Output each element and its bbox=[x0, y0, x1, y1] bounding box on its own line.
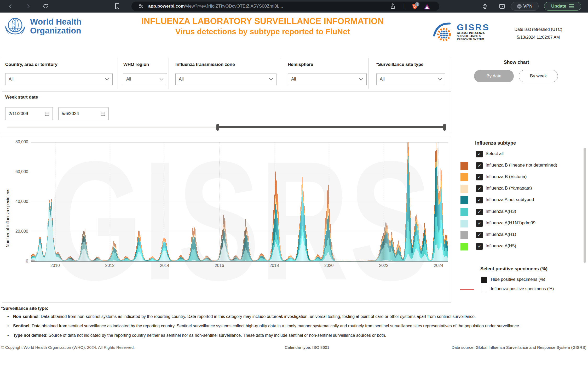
extensions-icon[interactable] bbox=[481, 2, 489, 10]
footnote-text: : Data obtained from non-sentinel system… bbox=[38, 314, 476, 319]
week-slicer-title: Week start date bbox=[5, 95, 38, 100]
start-date-value: 2/11/2009 bbox=[9, 111, 28, 116]
checkbox-filled-icon[interactable] bbox=[481, 277, 487, 283]
back-icon[interactable] bbox=[6, 2, 15, 10]
legend-item-label: Influenza A not subtyped bbox=[486, 197, 534, 202]
legend-item-select-all[interactable]: ✓ Select all bbox=[455, 150, 585, 159]
filter-label-site-type: *Surveillance site type bbox=[376, 62, 423, 67]
series-color-swatch bbox=[460, 243, 468, 250]
footnote-bullet: •Type not defined: Source of data not in… bbox=[1, 332, 586, 339]
legend-scrollbar[interactable] bbox=[584, 148, 586, 263]
copyright-link[interactable]: © Copyright World Health Organization (W… bbox=[1, 345, 135, 350]
last-refreshed: Date last refreshed (UTC) 5/13/2024 11:0… bbox=[497, 26, 580, 41]
footnote-text: : Data obtained from sentinel surveillan… bbox=[29, 324, 520, 328]
legend-item[interactable]: ✓ Influenza A(H5) bbox=[455, 242, 585, 251]
legend-item[interactable]: ✓ Influenza B (lineage not determined) bbox=[455, 161, 585, 170]
gisrs-subline1: GLOBAL INFLUENZA bbox=[457, 31, 490, 35]
legend-item[interactable]: ✓ Influenza B (Yamagata) bbox=[455, 184, 585, 193]
start-date-input[interactable]: 2/11/2009 bbox=[5, 107, 53, 120]
stacked-bar-chart[interactable] bbox=[31, 142, 448, 261]
address-bar[interactable]: app.powerbi.com/view?r=eyJrIjoiZTkyODcyO… bbox=[131, 2, 439, 11]
slider-handle-start[interactable] bbox=[216, 124, 219, 131]
by-week-button[interactable]: By week bbox=[519, 70, 558, 82]
wallet-icon[interactable] bbox=[498, 2, 506, 10]
chevron-down-icon bbox=[438, 78, 442, 81]
series-color-swatch bbox=[460, 208, 468, 216]
country-dropdown[interactable]: All bbox=[5, 73, 113, 85]
calendar-icon[interactable] bbox=[45, 111, 49, 116]
checkbox-checked-icon[interactable]: ✓ bbox=[476, 220, 483, 227]
legend-item[interactable]: ✓ Influenza B (Victoria) bbox=[455, 173, 585, 182]
y-tick-0: 0 bbox=[2, 259, 28, 264]
x-tick-2014: 2014 bbox=[153, 263, 176, 268]
forward-icon[interactable] bbox=[24, 2, 32, 10]
filter-label-transmission-zone: Influenza transmission zone bbox=[175, 62, 235, 67]
shields-badge: 1 bbox=[415, 2, 419, 7]
data-source-text: Data source: Global Influenza Surveillan… bbox=[452, 345, 586, 350]
site-type-dropdown[interactable]: All bbox=[376, 73, 445, 85]
checkbox-empty-icon[interactable] bbox=[481, 286, 487, 292]
chevron-down-icon bbox=[105, 78, 109, 81]
transmission-zone-dropdown-value: All bbox=[179, 77, 184, 82]
x-tick-2016: 2016 bbox=[208, 263, 231, 268]
legend-item[interactable]: ✓ Influenza A(H3) bbox=[455, 208, 585, 216]
legend-item[interactable]: ✓ Influenza A(H1N1)pdm09 bbox=[455, 219, 585, 228]
y-tick-40000: 40,000 bbox=[2, 199, 28, 204]
legend-item-label: Influenza A(H5) bbox=[486, 243, 516, 249]
positive-specimens-title: Select positive specimens (%) bbox=[480, 266, 547, 272]
checkbox-checked-icon[interactable]: ✓ bbox=[476, 174, 483, 180]
show-positive-option[interactable]: Influenza positive specimens (%) bbox=[455, 285, 588, 293]
legend-item[interactable]: ✓ Influenza A not subtyped bbox=[455, 196, 585, 205]
reload-icon[interactable] bbox=[41, 2, 50, 10]
who-region-dropdown[interactable]: All bbox=[123, 73, 167, 85]
checkbox-checked-icon[interactable]: ✓ bbox=[476, 232, 483, 238]
checkbox-checked-icon[interactable]: ✓ bbox=[476, 243, 483, 250]
legend-item-label: Influenza A(H3) bbox=[486, 209, 516, 214]
footnote-term: Type not defined bbox=[13, 333, 46, 338]
x-tick-2018: 2018 bbox=[262, 263, 286, 268]
by-date-button[interactable]: By date bbox=[474, 70, 514, 82]
checkbox-checked-icon[interactable]: ✓ bbox=[476, 197, 483, 203]
gisrs-acronym: GISRS bbox=[457, 23, 490, 31]
checkbox-checked-icon[interactable]: ✓ bbox=[476, 151, 483, 157]
hemisphere-dropdown[interactable]: All bbox=[288, 73, 367, 85]
site-type-dropdown-value: All bbox=[380, 77, 385, 82]
checkbox-checked-icon[interactable]: ✓ bbox=[476, 185, 483, 192]
chevron-down-icon bbox=[359, 78, 363, 81]
chevron-down-icon bbox=[269, 78, 273, 81]
transmission-zone-dropdown[interactable]: All bbox=[175, 73, 276, 85]
filter-divider bbox=[169, 58, 169, 89]
update-browser-button[interactable]: Update bbox=[544, 2, 581, 11]
vpn-button[interactable]: VPN bbox=[511, 2, 539, 11]
site-settings-icon[interactable] bbox=[138, 4, 143, 9]
week-slicer-panel: Week start date 2/11/2009 5/6/2024 bbox=[2, 91, 451, 133]
bookmark-icon[interactable] bbox=[113, 2, 121, 10]
filter-label-country: Country, area or territory bbox=[5, 62, 57, 67]
brave-shields-icon[interactable]: 1 bbox=[412, 3, 418, 10]
checkbox-checked-icon[interactable]: ✓ bbox=[476, 162, 483, 169]
calendar-icon[interactable] bbox=[101, 111, 105, 116]
series-color-swatch bbox=[460, 173, 468, 181]
gisrs-subline3: RESPONSE SYSTEM bbox=[457, 38, 490, 41]
share-icon[interactable] bbox=[390, 3, 395, 9]
surveillance-footnote: *Surveillance site type: •Non-sentinel: … bbox=[1, 306, 586, 339]
date-range-slider-selected[interactable] bbox=[218, 126, 446, 128]
x-tick-2024: 2024 bbox=[427, 263, 450, 268]
gisrs-logo bbox=[433, 21, 455, 42]
hide-positive-option[interactable]: Hide positive specimens (%) bbox=[455, 276, 588, 284]
bullet-icon: • bbox=[7, 313, 9, 320]
checkbox-checked-icon[interactable]: ✓ bbox=[476, 209, 483, 215]
y-tick-20000: 20,000 bbox=[2, 229, 28, 234]
legend-item[interactable]: ✓ Influenza A(H1) bbox=[455, 231, 585, 239]
gisrs-subline2: SURVEILLANCE & bbox=[457, 35, 490, 38]
end-date-input[interactable]: 5/6/2024 bbox=[58, 107, 109, 120]
show-positive-label: Influenza positive specimens (%) bbox=[491, 286, 554, 291]
slider-handle-end[interactable] bbox=[443, 124, 446, 131]
menu-icon[interactable] bbox=[569, 4, 574, 8]
x-tick-2020: 2020 bbox=[317, 263, 341, 268]
y-axis-title: Number of influenza specimens bbox=[5, 163, 10, 273]
legend-item-label: Influenza A(H1) bbox=[486, 232, 516, 237]
bat-rewards-icon[interactable] bbox=[424, 4, 430, 10]
bullet-icon: • bbox=[7, 322, 9, 330]
series-color-swatch bbox=[460, 185, 468, 193]
